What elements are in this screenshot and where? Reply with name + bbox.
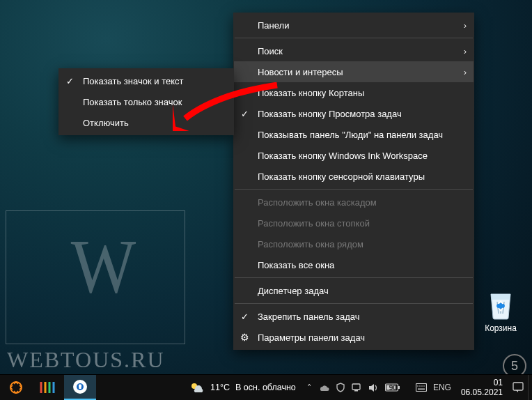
menu-item-taskbar-settings[interactable]: ⚙ Параметры панели задач xyxy=(234,327,474,348)
menu-item-cascade: Расположить окна каскадом xyxy=(234,192,474,213)
menu-separator xyxy=(235,277,473,278)
menu-item-label: Показать только значок xyxy=(83,97,182,107)
svg-rect-7 xyxy=(354,390,358,392)
menu-item-task-view-button[interactable]: ✓ Показать кнопку Просмотра задач xyxy=(234,103,474,124)
menu-item-label: Показать кнопку сенсорной клавиатуры xyxy=(258,171,425,182)
weather-desc: В осн. облачно xyxy=(235,383,296,392)
taskbar-app-1[interactable] xyxy=(0,375,32,400)
tray-language[interactable]: ENG xyxy=(433,383,451,392)
menu-item-touch-keyboard[interactable]: Показать кнопку сенсорной клавиатуры xyxy=(234,166,474,187)
watermark-text: WEBTOUS.RU xyxy=(7,347,165,373)
menu-separator xyxy=(235,189,473,190)
svg-point-16 xyxy=(423,385,425,387)
weather-icon xyxy=(189,381,205,394)
taskbar-weather[interactable]: 11°C В осн. облачно xyxy=(182,375,303,400)
menu-item-label: Диспетчер задач xyxy=(258,286,329,296)
svg-rect-3 xyxy=(79,385,81,388)
menu-item-label: Поиск xyxy=(258,46,283,56)
menu-item-news-interests[interactable]: Новости и интересы › xyxy=(234,61,474,82)
menu-item-people-panel[interactable]: Показывать панель "Люди" на панели задач xyxy=(234,124,474,145)
svg-point-13 xyxy=(417,385,418,387)
svg-point-15 xyxy=(421,385,423,387)
svg-point-14 xyxy=(419,385,421,387)
submenu-item-icon-text[interactable]: ✓ Показать значок и текст xyxy=(59,70,233,91)
menu-item-label: Параметры панели задач xyxy=(258,332,365,343)
news-interests-submenu: ✓ Показать значок и текст Показать тольк… xyxy=(58,68,234,135)
svg-rect-9 xyxy=(398,386,400,389)
tray-network-icon[interactable] xyxy=(352,383,362,392)
tray-battery-icon[interactable]: 90 xyxy=(385,383,409,392)
desktop-icon-recycle-bin[interactable]: Корзина xyxy=(476,287,525,333)
chevron-right-icon: › xyxy=(464,20,467,31)
svg-rect-6 xyxy=(352,384,360,390)
menu-item-label: Показать все окна xyxy=(258,260,334,270)
chevron-right-icon: › xyxy=(464,46,467,56)
menu-item-label: Показать кнопку Просмотра задач xyxy=(258,109,402,119)
menu-item-label: Показывать панель "Люди" на панели задач xyxy=(258,130,443,140)
menu-separator xyxy=(235,303,473,304)
taskbar-left xyxy=(0,375,96,400)
svg-point-0 xyxy=(10,382,22,393)
clock-date: 06.05.2021 xyxy=(461,387,503,397)
submenu-item-icon-only[interactable]: Показать только значок xyxy=(59,91,233,112)
menu-item-toolbars[interactable]: Панели › xyxy=(234,15,474,36)
tray-chevron-up-icon[interactable]: ˄ xyxy=(307,383,312,393)
menu-item-task-manager[interactable]: Диспетчер задач xyxy=(234,280,474,301)
menu-item-label: Расположить окна стопкой xyxy=(258,218,370,229)
menu-separator xyxy=(235,38,473,38)
desktop-icon-label: Корзина xyxy=(476,323,525,333)
menu-item-label: Новости и интересы xyxy=(258,67,343,77)
svg-rect-17 xyxy=(513,383,523,390)
taskbar-app-2[interactable] xyxy=(32,375,64,400)
recycle-bin-icon xyxy=(487,287,515,321)
check-icon: ✓ xyxy=(66,76,74,86)
menu-item-label: Показать кнопку Кортаны xyxy=(258,88,364,98)
tray-defender-icon[interactable] xyxy=(336,383,345,392)
gear-icon: ⚙ xyxy=(240,332,249,343)
tray-volume-icon[interactable] xyxy=(368,383,379,392)
battery-percent: 90 xyxy=(389,384,397,392)
taskbar-clock[interactable]: 01 06.05.2021 xyxy=(455,378,508,398)
menu-item-label: Расположить окна каскадом xyxy=(258,197,377,208)
svg-rect-11 xyxy=(416,384,426,392)
svg-rect-4 xyxy=(79,387,81,389)
chevron-right-icon: › xyxy=(464,67,467,77)
menu-item-lock-taskbar[interactable]: ✓ Закрепить панель задач xyxy=(234,306,474,327)
submenu-item-disable[interactable]: Отключить xyxy=(59,112,233,133)
watermark-letter: W xyxy=(71,228,131,305)
show-desktop-button[interactable] xyxy=(528,375,532,400)
taskbar-context-menu: Панели › Поиск › Новости и интересы › По… xyxy=(233,13,474,350)
action-center-icon[interactable] xyxy=(508,382,528,393)
tray-onedrive-icon[interactable] xyxy=(318,383,329,392)
menu-item-cortana-button[interactable]: Показать кнопку Кортаны xyxy=(234,82,474,103)
desktop-background: W WEBTOUS.RU Корзина 5 Панели › Поиск › xyxy=(0,0,532,400)
menu-item-label: Закрепить панель задач xyxy=(258,311,360,322)
clock-time: 01 xyxy=(461,378,503,387)
taskbar-app-3[interactable] xyxy=(64,375,96,400)
menu-item-search[interactable]: Поиск › xyxy=(234,40,474,61)
weather-temp: 11°C xyxy=(210,383,230,392)
menu-item-side-by-side: Расположить окна рядом xyxy=(234,233,474,254)
menu-item-label: Показать кнопку Windows Ink Workspace xyxy=(258,151,428,161)
check-icon: ✓ xyxy=(241,109,249,119)
taskbar: 11°C В осн. облачно ˄ 90 xyxy=(0,374,532,400)
watermark-box: W xyxy=(6,210,185,344)
menu-item-ink-workspace[interactable]: Показать кнопку Windows Ink Workspace xyxy=(234,145,474,166)
menu-item-label: Отключить xyxy=(83,118,129,128)
svg-rect-12 xyxy=(418,389,425,390)
system-tray: ˄ 90 ENG xyxy=(303,375,455,400)
menu-item-label: Расположить окна рядом xyxy=(258,239,363,249)
tray-keyboard-icon[interactable] xyxy=(416,383,427,392)
menu-item-stack: Расположить окна стопкой xyxy=(234,213,474,233)
menu-item-show-all-windows[interactable]: Показать все окна xyxy=(234,254,474,275)
menu-item-label: Панели xyxy=(258,20,289,31)
menu-item-label: Показать значок и текст xyxy=(83,76,183,86)
check-icon: ✓ xyxy=(241,311,249,322)
